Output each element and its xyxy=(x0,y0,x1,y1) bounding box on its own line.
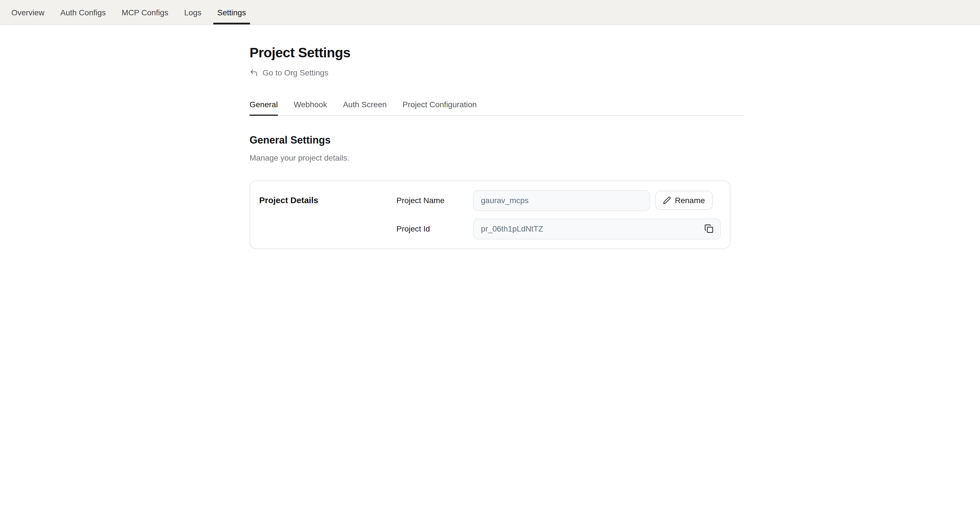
project-details-form: Project Name Rename Project Id xyxy=(396,190,721,239)
copy-icon xyxy=(705,224,713,233)
nav-item-mcp-configs[interactable]: MCP Configs xyxy=(122,0,168,24)
nav-item-auth-configs[interactable]: Auth Configs xyxy=(60,0,106,24)
top-navbar: Overview Auth Configs MCP Configs Logs S… xyxy=(0,0,980,25)
corner-up-left-icon xyxy=(250,69,258,77)
general-settings-subheading: Manage your project details. xyxy=(250,153,730,162)
project-id-input[interactable] xyxy=(473,218,721,239)
tab-project-configuration[interactable]: Project Configuration xyxy=(402,100,477,115)
go-to-org-settings-label: Go to Org Settings xyxy=(262,68,328,77)
project-id-field xyxy=(473,218,721,239)
main-content: Project Settings Go to Org Settings Gene… xyxy=(250,45,730,253)
tab-webhook[interactable]: Webhook xyxy=(294,100,327,115)
rename-button-label: Rename xyxy=(675,196,705,205)
nav-item-logs[interactable]: Logs xyxy=(184,0,202,24)
project-id-label: Project Id xyxy=(396,224,473,233)
general-settings-heading: General Settings xyxy=(250,134,730,146)
project-details-title: Project Details xyxy=(259,190,396,239)
tab-general[interactable]: General xyxy=(250,100,278,115)
project-name-row: Project Name Rename xyxy=(396,190,721,211)
go-to-org-settings-link[interactable]: Go to Org Settings xyxy=(250,68,328,77)
nav-item-overview[interactable]: Overview xyxy=(11,0,45,24)
page-title: Project Settings xyxy=(250,45,730,61)
settings-tabs: General Webhook Auth Screen Project Conf… xyxy=(250,100,744,115)
tab-auth-screen[interactable]: Auth Screen xyxy=(343,100,387,115)
project-name-input[interactable] xyxy=(473,190,650,211)
copy-project-id-button[interactable] xyxy=(705,223,714,234)
project-settings-page: Overview Auth Configs MCP Configs Logs S… xyxy=(0,0,980,253)
rename-button[interactable]: Rename xyxy=(655,191,713,210)
nav-item-settings[interactable]: Settings xyxy=(217,0,246,24)
project-name-label: Project Name xyxy=(396,196,473,205)
project-details-card: Project Details Project Name Rename Proj… xyxy=(250,180,730,249)
pencil-icon xyxy=(663,196,671,204)
project-id-row: Project Id xyxy=(396,218,721,239)
